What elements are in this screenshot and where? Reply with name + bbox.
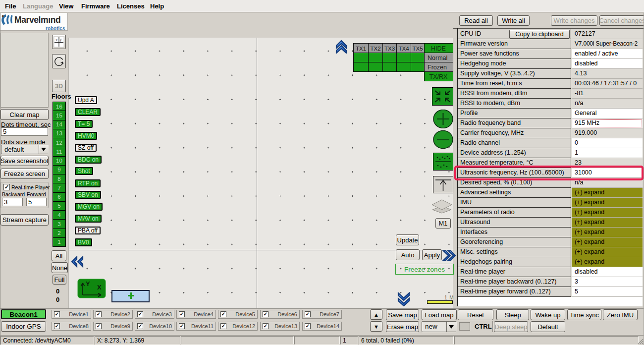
svg-text:Normal: Normal — [428, 55, 447, 61]
svg-text:Y: Y — [86, 280, 90, 288]
svg-text:HIDE: HIDE — [431, 45, 446, 52]
svg-text:TX/RX: TX/RX — [429, 73, 448, 80]
svg-text:TX3: TX3 — [384, 46, 395, 52]
svg-text:Frozen: Frozen — [428, 64, 447, 71]
svg-text:TX5: TX5 — [412, 46, 423, 52]
svg-text:X: X — [97, 284, 102, 291]
svg-text:TX4: TX4 — [398, 46, 409, 52]
svg-text:TX2: TX2 — [370, 46, 380, 52]
svg-text:TX1: TX1 — [356, 46, 366, 52]
